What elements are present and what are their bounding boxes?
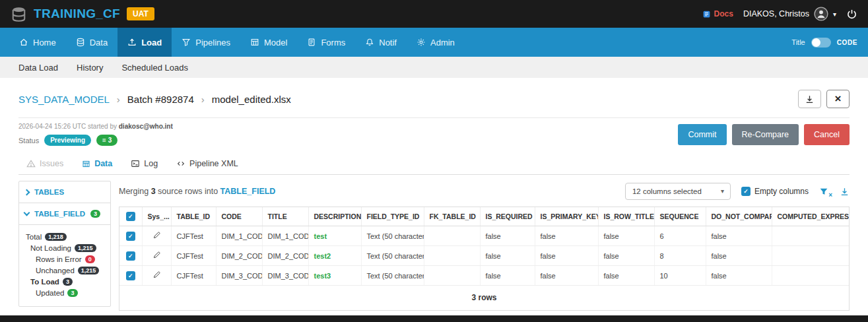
- title-code-toggle[interactable]: [811, 38, 831, 48]
- pencil-icon: [152, 271, 161, 279]
- status-label: Status: [18, 137, 39, 145]
- user-menu[interactable]: DIAKOS, Christos: [743, 7, 836, 21]
- chevron-right-icon: [117, 94, 120, 105]
- status-badge: Previewing: [44, 135, 91, 146]
- stat-not-loading[interactable]: Not Loading 1,215: [22, 242, 108, 253]
- row-checkbox[interactable]: [126, 271, 135, 280]
- batch-meta-row: 2026-04-24 15:26 UTC started by diakosc@…: [18, 118, 850, 152]
- recompare-button[interactable]: Re-Compare: [732, 124, 799, 145]
- grid-cell: false: [535, 266, 598, 286]
- empty-columns-checkbox[interactable]: [741, 187, 751, 196]
- download-table-icon[interactable]: [840, 187, 850, 197]
- col-header-is-required[interactable]: IS_REQUIRED: [480, 207, 535, 226]
- nav-item-model[interactable]: Model: [240, 28, 297, 57]
- nav-item-load[interactable]: Load: [117, 28, 172, 57]
- col-header-field-type-id[interactable]: FIELD_TYPE_ID: [361, 207, 424, 226]
- app-title: TRAINING_CF: [34, 7, 120, 21]
- close-batch-button[interactable]: [826, 90, 850, 108]
- code-brackets-icon: [176, 159, 185, 168]
- grid-cell: false: [706, 246, 772, 266]
- tab-issues[interactable]: Issues: [18, 153, 71, 174]
- tab-pipeline-xml[interactable]: Pipeline XML: [168, 153, 246, 174]
- col-header-do-not-compare[interactable]: DO_NOT_COMPARE: [706, 207, 772, 226]
- title-toggle-label: Title: [791, 38, 805, 46]
- col-header-sys[interactable]: Sys_...: [142, 207, 171, 226]
- cancel-button[interactable]: Cancel: [804, 124, 850, 145]
- edit-row-button[interactable]: [142, 226, 171, 246]
- clear-filter-icon[interactable]: [819, 187, 829, 197]
- col-header-computed-expression[interactable]: COMPUTED_EXPRESS...: [772, 207, 849, 226]
- tables-side-panel: TABLES TABLE_FIELD 3 Total 1,218 Not Loa…: [18, 181, 111, 307]
- nav-item-home[interactable]: Home: [9, 28, 66, 57]
- grid-cell: DIM_3_CODE: [216, 266, 262, 286]
- col-header-is-primary-key[interactable]: IS_PRIMARY_KEY: [535, 207, 598, 226]
- grid-cell: 8: [654, 246, 706, 266]
- col-header-fk-table-id[interactable]: FK_TABLE_ID: [424, 207, 480, 226]
- select-all-checkbox[interactable]: [126, 212, 135, 221]
- list-icon: [102, 137, 108, 144]
- environment-badge: UAT: [127, 7, 154, 20]
- funnel-icon: [182, 38, 191, 47]
- col-header-sequence[interactable]: SEQUENCE: [654, 207, 706, 226]
- col-header-code[interactable]: CODE: [216, 207, 262, 226]
- stat-updated[interactable]: Updated 3: [22, 287, 108, 298]
- subnav-item-data-load[interactable]: Data Load: [18, 63, 58, 73]
- tab-label: Pipeline XML: [189, 159, 238, 168]
- nav-item-forms[interactable]: Forms: [297, 28, 355, 57]
- docs-book-icon: [702, 10, 711, 18]
- col-header-is-row-title[interactable]: IS_ROW_TITLE: [598, 207, 654, 226]
- table-field-link[interactable]: TABLE_FIELD: [220, 187, 276, 196]
- empty-columns-toggle[interactable]: Empty columns: [741, 187, 809, 196]
- console-icon: [131, 159, 140, 168]
- stat-total[interactable]: Total 1,218: [22, 231, 108, 242]
- tab-data[interactable]: Data: [74, 153, 120, 174]
- table-field-section-header[interactable]: TABLE_FIELD 3: [19, 203, 110, 225]
- breadcrumb: SYS_DATA_MODEL Batch #892874 model_edite…: [18, 94, 291, 105]
- grid-cell: [424, 226, 480, 246]
- nav-item-notif[interactable]: Notif: [355, 28, 407, 57]
- stat-rows-in-error[interactable]: Rows in Error 0: [22, 253, 108, 265]
- tab-log[interactable]: Log: [123, 153, 166, 174]
- app-window: TRAINING_CF UAT Docs DIAKOS, Christos: [0, 0, 868, 322]
- nav-label: Load: [141, 38, 162, 48]
- grid-cell: false: [535, 226, 598, 246]
- subnav-item-history[interactable]: History: [77, 63, 103, 73]
- tables-section-header[interactable]: TABLES: [19, 181, 110, 203]
- nav-label: Pipelines: [195, 38, 230, 48]
- docs-link[interactable]: Docs: [702, 9, 733, 18]
- nav-label: Model: [264, 38, 287, 48]
- edit-row-button[interactable]: [142, 266, 171, 286]
- nav-item-pipelines[interactable]: Pipelines: [172, 28, 240, 57]
- brand[interactable]: TRAINING_CF UAT: [11, 6, 154, 22]
- grid-cell: false: [706, 226, 772, 246]
- grid-cell: false: [598, 226, 654, 246]
- grid-cell: DIM_2_CODE: [262, 246, 308, 266]
- breadcrumb-table-link[interactable]: SYS_DATA_MODEL: [18, 94, 110, 105]
- bell-icon: [365, 38, 374, 47]
- close-icon: [835, 93, 842, 105]
- nav-item-admin[interactable]: Admin: [407, 28, 465, 57]
- breadcrumb-file: model_edited.xlsx: [212, 94, 291, 105]
- grid-cell: [424, 266, 480, 286]
- grid-cell: DIM_1_CODE: [216, 226, 262, 246]
- toggle-knob: [812, 38, 820, 47]
- stat-unchanged[interactable]: Unchanged 1,215: [22, 265, 108, 276]
- subnav-item-scheduled-loads[interactable]: Scheduled Loads: [121, 63, 187, 73]
- col-header-table-id[interactable]: TABLE_ID: [171, 207, 216, 226]
- row-checkbox[interactable]: [126, 251, 135, 261]
- grid-icon: [250, 38, 259, 47]
- commit-button[interactable]: Commit: [678, 124, 726, 145]
- main-nav: Home Data Load Pipelines Model Forms: [0, 28, 868, 57]
- table-icon: [82, 160, 90, 168]
- col-header-title[interactable]: TITLE: [262, 207, 308, 226]
- nav-label: Home: [33, 38, 56, 48]
- nav-item-data[interactable]: Data: [66, 28, 117, 57]
- document-icon: [307, 38, 316, 47]
- columns-select[interactable]: 12 columns selected: [625, 183, 731, 200]
- power-icon[interactable]: [846, 9, 857, 20]
- col-header-description[interactable]: DESCRIPTION: [308, 207, 361, 226]
- download-batch-button[interactable]: [798, 90, 821, 108]
- edit-row-button[interactable]: [142, 246, 171, 266]
- row-checkbox[interactable]: [126, 232, 135, 241]
- stat-to-load[interactable]: To Load 3: [22, 276, 108, 287]
